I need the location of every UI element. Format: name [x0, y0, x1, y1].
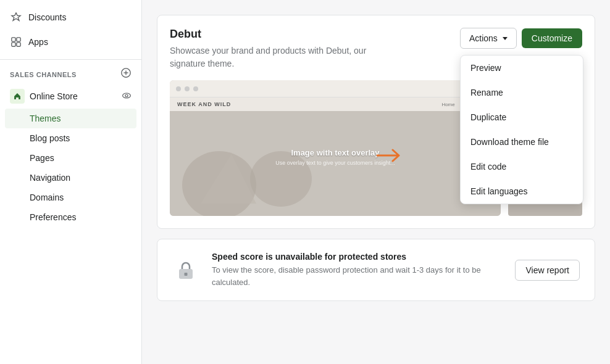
svg-rect-2 [12, 43, 15, 46]
sidebar-item-themes[interactable]: Themes [5, 109, 136, 128]
online-store-row[interactable]: Online Store [0, 84, 141, 109]
speed-title: Speed score is unavailable for protected… [212, 252, 503, 262]
sidebar: Discounts Apps SALES CHANNELS [0, 0, 142, 364]
dropdown-item-preview[interactable]: Preview [461, 56, 583, 80]
online-store-left: Online Store [10, 89, 78, 104]
online-store-label: Online Store [30, 91, 78, 101]
add-sales-channel-icon[interactable] [120, 67, 132, 81]
browser-bar [170, 80, 501, 97]
discounts-icon [10, 11, 22, 23]
sales-channels-header: SALES CHANNELS [0, 60, 141, 84]
dropdown-item-edit-languages[interactable]: Edit languages [461, 179, 583, 204]
discounts-label: Discounts [28, 12, 66, 22]
dropdown-item-rename[interactable]: Rename [461, 80, 583, 105]
theme-info: Debut Showcase your brand and products w… [170, 28, 386, 70]
sidebar-item-blog-posts[interactable]: Blog posts [0, 128, 141, 148]
apps-label: Apps [28, 37, 48, 47]
sidebar-item-apps[interactable]: Apps [0, 30, 141, 54]
apps-icon [10, 36, 22, 48]
dropdown-item-download[interactable]: Download theme file [461, 130, 583, 154]
svg-rect-3 [17, 43, 20, 46]
main-content: Debut Showcase your brand and products w… [142, 0, 610, 364]
sales-channels-label: SALES CHANNELS [10, 71, 77, 78]
dropdown-item-edit-code[interactable]: Edit code [461, 154, 583, 179]
view-report-button[interactable]: View report [515, 260, 580, 281]
theme-header: Debut Showcase your brand and products w… [170, 28, 582, 70]
browser-dot-2 [185, 86, 190, 91]
theme-title: Debut [170, 28, 386, 41]
sidebar-item-pages[interactable]: Pages [0, 148, 141, 168]
preview-brand: WEEK AND WILD [177, 101, 231, 107]
svg-point-7 [123, 93, 131, 98]
preview-nav-bar: WEEK AND WILD Home Shop Contact [170, 97, 501, 111]
sub-nav: Themes Blog posts Pages Navigation Domai… [0, 109, 141, 227]
arrow-icon [377, 149, 401, 165]
preview-content: WEEK AND WILD Home Shop Contact [170, 97, 501, 216]
lock-icon-box [172, 257, 199, 284]
preview-main-image: WEEK AND WILD Home Shop Contact [170, 80, 501, 216]
browser-dot-1 [176, 86, 181, 91]
svg-rect-17 [185, 273, 188, 276]
sidebar-top-section: Discounts Apps [0, 0, 141, 60]
dropdown-item-duplicate[interactable]: Duplicate [461, 105, 583, 130]
theme-actions: Actions Preview Rename Duplicate Down [460, 28, 582, 49]
actions-button[interactable]: Actions [460, 28, 517, 49]
eye-icon[interactable] [122, 91, 132, 102]
sidebar-item-navigation[interactable]: Navigation [0, 168, 141, 188]
online-store-icon-box [10, 89, 25, 104]
lock-icon [175, 259, 197, 281]
sidebar-item-preferences[interactable]: Preferences [0, 207, 141, 227]
theme-description: Showcase your brand and products with De… [170, 44, 386, 70]
speed-info: Speed score is unavailable for protected… [212, 252, 503, 288]
speed-card: Speed score is unavailable for protected… [157, 239, 595, 301]
svg-point-8 [125, 94, 128, 97]
sidebar-item-discounts[interactable]: Discounts [0, 5, 141, 30]
browser-dot-3 [193, 86, 198, 91]
svg-rect-1 [17, 38, 20, 41]
sidebar-item-domains[interactable]: Domains [0, 188, 141, 207]
preview-decoration [170, 117, 330, 216]
customize-button[interactable]: Customize [522, 28, 582, 48]
svg-rect-0 [12, 38, 15, 41]
speed-description: To view the score, disable password prot… [212, 264, 503, 288]
theme-card: Debut Showcase your brand and products w… [157, 15, 595, 229]
chevron-down-icon [503, 37, 508, 40]
actions-dropdown: Preview Rename Duplicate Download theme … [460, 55, 583, 204]
